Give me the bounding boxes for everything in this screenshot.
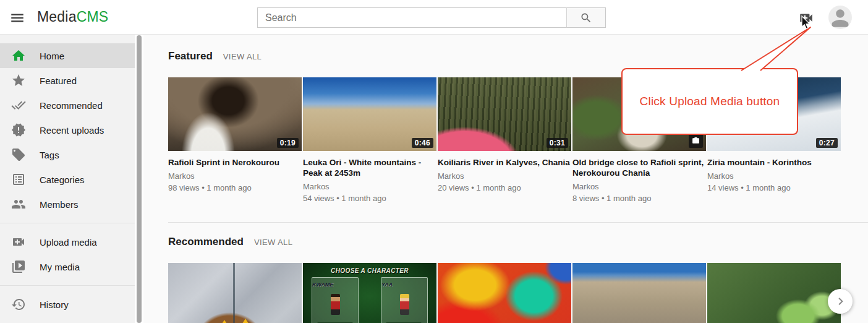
featured-view-all-link[interactable]: VIEW ALL — [223, 52, 262, 61]
duration-badge: 0:31 — [547, 138, 568, 148]
sidebar-item-label: Featured — [40, 75, 77, 86]
sidebar-item-featured[interactable]: Featured — [0, 68, 135, 93]
media-title[interactable]: Old bridge close to Rafioli sprint, Nero… — [572, 157, 706, 178]
app-logo[interactable]: MediaCMS — [37, 9, 108, 25]
sidebar-item-home[interactable]: Home — [0, 43, 135, 68]
media-author[interactable]: Markos — [707, 171, 841, 182]
media-meta: 8 views • 1 month ago — [572, 192, 706, 204]
done-all-icon — [11, 98, 26, 113]
media-thumbnail[interactable] — [707, 263, 841, 323]
sidebar-divider — [0, 285, 135, 286]
media-card — [572, 263, 706, 323]
sidebar-item-label: Members — [40, 199, 79, 210]
search-input[interactable] — [257, 7, 567, 28]
annotation-text: Click Upload Media button — [640, 95, 780, 108]
sidebar-item-my-media[interactable]: My media — [0, 254, 135, 279]
game-character-sprite — [331, 294, 340, 315]
members-icon — [11, 197, 26, 212]
media-thumbnail[interactable]: 0:31 — [438, 77, 571, 151]
search-bar — [257, 7, 606, 28]
recommended-section: Recommended VIEW ALL CHOOSE A CHARACTER … — [168, 236, 868, 323]
scrollbar-thumb[interactable] — [137, 35, 142, 323]
media-thumbnail[interactable] — [438, 263, 571, 323]
media-card: CHOOSE A CHARACTER KWAME YAA Selected Se… — [303, 263, 436, 323]
scrollbar-track — [135, 35, 143, 323]
sidebar-item-history[interactable]: History — [0, 292, 135, 317]
recommended-row: CHOOSE A CHARACTER KWAME YAA Selected Se… — [168, 263, 868, 323]
game-character-sprite — [400, 294, 409, 315]
duration-badge: 0:27 — [816, 138, 838, 148]
search-button[interactable] — [566, 7, 606, 28]
pumpkin-eye — [220, 320, 229, 323]
categories-icon — [11, 172, 26, 187]
sidebar-divider — [0, 223, 135, 223]
pumpkin-eye — [241, 319, 250, 323]
media-thumbnail[interactable] — [168, 263, 302, 323]
upload-media-icon — [798, 10, 814, 26]
history-icon — [11, 297, 26, 312]
sidebar-item-upload-media[interactable]: Upload media — [0, 230, 135, 254]
media-author[interactable]: Markos — [438, 171, 571, 182]
sidebar-item-label: Categories — [40, 174, 85, 185]
game-character-name: YAA — [381, 282, 393, 288]
media-title[interactable]: Rafioli Sprint in Nerokourou — [168, 157, 302, 168]
chevron-right-icon — [833, 294, 848, 309]
sidebar-item-recent-uploads[interactable]: Recent uploads — [0, 118, 135, 142]
sidebar-item-tags[interactable]: Tags — [0, 142, 135, 167]
game-thumb-title: CHOOSE A CHARACTER — [303, 267, 436, 274]
media-meta: 98 views • 1 month ago — [168, 182, 302, 194]
media-title[interactable]: Leuka Ori - White mountains - Peak at 24… — [303, 157, 436, 178]
upload-media-button[interactable] — [798, 10, 815, 25]
sidebar-item-label: Upload media — [40, 237, 97, 248]
user-avatar[interactable] — [828, 6, 852, 29]
sidebar-item-members[interactable]: Members — [0, 192, 135, 217]
home-icon — [11, 48, 26, 63]
topbar: MediaCMS — [0, 0, 868, 35]
person-icon — [828, 6, 852, 29]
new-releases-icon — [11, 123, 26, 137]
featured-header: Featured VIEW ALL — [168, 50, 868, 62]
tag-icon — [11, 147, 26, 162]
media-thumbnail[interactable]: 0:46 — [303, 77, 436, 151]
media-thumbnail[interactable]: CHOOSE A CHARACTER KWAME YAA Selected Se… — [303, 263, 436, 323]
media-card: 0:19 Rafioli Sprint in Nerokourou Markos… — [168, 77, 302, 204]
hamburger-menu-icon[interactable] — [9, 10, 26, 25]
duration-badge: 0:19 — [277, 138, 299, 148]
logo-text-cms: CMS — [77, 9, 109, 25]
carousel-next-button[interactable] — [828, 289, 853, 314]
logo-text-media: Media — [37, 9, 77, 25]
media-title[interactable]: Ziria mountain - Korinthos — [707, 157, 841, 168]
recommended-header: Recommended VIEW ALL — [168, 236, 868, 248]
media-author[interactable]: Markos — [572, 181, 706, 192]
upload-media-icon — [11, 235, 26, 249]
media-card — [707, 263, 841, 323]
recommended-view-all-link[interactable]: VIEW ALL — [254, 238, 292, 247]
media-meta: 14 views • 1 month ago — [707, 182, 841, 194]
sidebar-item-label: Home — [40, 51, 64, 61]
media-thumbnail[interactable] — [572, 263, 706, 323]
my-media-icon — [11, 259, 26, 274]
media-title[interactable]: Koiliaris River in Kalyves, Chania — [438, 157, 571, 168]
game-character-panel: KWAME — [312, 277, 359, 323]
sidebar-item-label: My media — [40, 262, 80, 272]
sidebar-item-label: Recent uploads — [40, 125, 104, 136]
sidebar-item-label: Tags — [40, 150, 59, 160]
media-thumbnail[interactable]: 0:19 — [168, 77, 302, 151]
sidebar-item-label: Recommended — [40, 100, 103, 111]
media-author[interactable]: Markos — [303, 181, 436, 192]
sidebar: Home Featured Recommended Recent uploads… — [0, 35, 135, 323]
media-author[interactable]: Markos — [168, 171, 302, 182]
sidebar-item-label: History — [40, 299, 69, 310]
media-card: 0:31 Koiliaris River in Kalyves, Chania … — [438, 77, 571, 204]
sidebar-item-recommended[interactable]: Recommended — [0, 93, 135, 118]
annotation-callout: Click Upload Media button — [621, 68, 798, 135]
game-character-panel: YAA — [381, 277, 428, 323]
media-card — [438, 263, 571, 323]
media-meta: 20 views • 1 month ago — [438, 182, 571, 194]
duration-badge: 0:46 — [412, 138, 433, 148]
media-card: 0:46 Leuka Ori - White mountains - Peak … — [303, 77, 436, 204]
section-title-recommended: Recommended — [168, 236, 244, 248]
star-icon — [11, 73, 26, 88]
sidebar-item-categories[interactable]: Categories — [0, 167, 135, 192]
game-character-name: KWAME — [312, 282, 334, 288]
